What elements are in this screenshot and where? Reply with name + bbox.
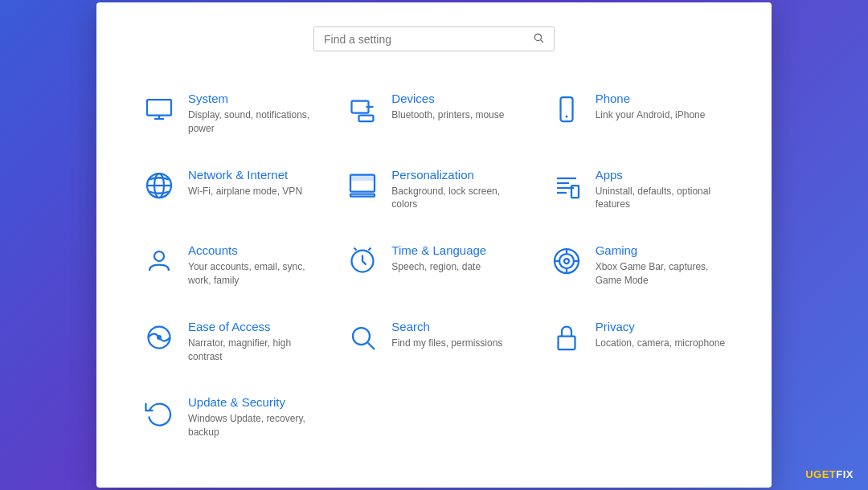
search-input[interactable]: [324, 33, 533, 46]
update-icon: [141, 395, 177, 431]
setting-text-privacy: Privacy Location, camera, microphone: [596, 320, 725, 350]
setting-text-gaming: Gaming Xbox Game Bar, captures, Game Mod…: [596, 243, 727, 288]
setting-title-gaming: Gaming: [596, 243, 727, 257]
setting-item-accounts[interactable]: Accounts Your accounts, email, sync, wor…: [129, 227, 332, 304]
apps-icon: [549, 168, 584, 203]
personalization-icon: [345, 168, 380, 203]
setting-title-accounts: Accounts: [188, 243, 319, 257]
setting-desc-privacy: Location, camera, microphone: [596, 337, 725, 350]
setting-item-phone[interactable]: Phone Link your Android, iPhone: [536, 76, 739, 152]
setting-text-network: Network & Internet Wi-Fi, airplane mode,…: [188, 168, 302, 198]
setting-desc-update: Windows Update, recovery, backup: [188, 412, 319, 439]
svg-rect-6: [359, 116, 374, 122]
setting-desc-apps: Uninstall, defaults, optional features: [596, 185, 727, 212]
setting-desc-accounts: Your accounts, email, sync, work, family: [188, 260, 319, 288]
setting-title-personalization: Personalization: [391, 168, 522, 182]
setting-desc-time: Speech, region, date: [391, 260, 486, 274]
svg-rect-34: [558, 336, 575, 349]
setting-text-phone: Phone Link your Android, iPhone: [596, 92, 706, 122]
setting-title-ease: Ease of Access: [188, 320, 319, 333]
svg-point-0: [534, 34, 541, 40]
svg-rect-15: [350, 174, 375, 181]
search-bar: [313, 27, 555, 51]
setting-desc-personalization: Background, lock screen, colors: [391, 185, 522, 212]
setting-title-privacy: Privacy: [596, 320, 725, 333]
setting-text-personalization: Personalization Background, lock screen,…: [391, 168, 522, 212]
setting-desc-ease: Narrator, magnifier, high contrast: [188, 337, 319, 364]
setting-title-phone: Phone: [596, 92, 706, 105]
svg-point-24: [559, 254, 574, 268]
svg-point-25: [564, 259, 569, 263]
setting-desc-search: Find my files, permissions: [391, 337, 502, 350]
search-bar-container: [129, 27, 739, 51]
setting-text-accounts: Accounts Your accounts, email, sync, wor…: [188, 243, 319, 288]
setting-desc-gaming: Xbox Game Bar, captures, Game Mode: [596, 260, 727, 288]
setting-text-update: Update & Security Windows Update, recove…: [188, 395, 319, 439]
accounts-icon: [141, 243, 177, 279]
setting-text-search: Search Find my files, permissions: [391, 320, 502, 350]
watermark: UGETFIX: [805, 468, 854, 480]
search-icon: [533, 32, 544, 46]
svg-rect-5: [352, 101, 369, 113]
setting-item-personalization[interactable]: Personalization Background, lock screen,…: [332, 152, 535, 228]
setting-title-search: Search: [391, 320, 502, 333]
setting-desc-network: Wi-Fi, airplane mode, VPN: [188, 185, 302, 198]
network-icon: [141, 168, 177, 203]
setting-item-network[interactable]: Network & Internet Wi-Fi, airplane mode,…: [129, 152, 332, 228]
setting-title-apps: Apps: [596, 168, 727, 182]
gaming-icon: [549, 243, 584, 279]
svg-point-32: [353, 328, 370, 345]
setting-text-system: System Display, sound, notifications, po…: [188, 92, 319, 136]
setting-text-devices: Devices Bluetooth, printers, mouse: [391, 92, 504, 122]
search-icon: [345, 320, 380, 355]
setting-item-gaming[interactable]: Gaming Xbox Game Bar, captures, Game Mod…: [536, 227, 739, 304]
svg-rect-14: [350, 194, 375, 196]
ease-icon: [141, 320, 177, 355]
devices-icon: [345, 92, 380, 127]
setting-title-system: System: [188, 92, 319, 105]
setting-item-devices[interactable]: Devices Bluetooth, printers, mouse: [332, 76, 535, 152]
setting-item-apps[interactable]: Apps Uninstall, defaults, optional featu…: [536, 152, 739, 228]
svg-line-1: [541, 40, 543, 43]
svg-rect-2: [147, 100, 171, 116]
setting-title-devices: Devices: [391, 92, 504, 105]
time-icon: [345, 243, 380, 279]
settings-grid: System Display, sound, notifications, po…: [129, 76, 739, 455]
setting-text-ease: Ease of Access Narrator, magnifier, high…: [188, 320, 319, 364]
setting-title-network: Network & Internet: [188, 168, 302, 182]
svg-point-21: [154, 251, 164, 261]
settings-window: System Display, sound, notifications, po…: [96, 2, 772, 488]
setting-title-update: Update & Security: [188, 395, 319, 409]
setting-text-time: Time & Language Speech, region, date: [391, 243, 486, 274]
setting-desc-devices: Bluetooth, printers, mouse: [391, 108, 504, 122]
setting-item-update[interactable]: Update & Security Windows Update, recove…: [129, 379, 332, 455]
setting-item-system[interactable]: System Display, sound, notifications, po…: [129, 76, 332, 152]
setting-text-apps: Apps Uninstall, defaults, optional featu…: [596, 168, 727, 212]
setting-title-time: Time & Language: [391, 243, 486, 257]
setting-desc-system: Display, sound, notifications, power: [188, 108, 319, 136]
setting-item-privacy[interactable]: Privacy Location, camera, microphone: [536, 304, 739, 380]
privacy-icon: [549, 320, 584, 355]
setting-item-time[interactable]: Time & Language Speech, region, date: [332, 227, 535, 304]
setting-item-search[interactable]: Search Find my files, permissions: [332, 304, 535, 380]
system-icon: [141, 92, 177, 127]
svg-line-33: [368, 343, 375, 349]
svg-point-31: [157, 335, 162, 340]
setting-item-ease[interactable]: Ease of Access Narrator, magnifier, high…: [129, 304, 332, 380]
setting-desc-phone: Link your Android, iPhone: [596, 108, 706, 122]
phone-icon: [549, 92, 584, 127]
